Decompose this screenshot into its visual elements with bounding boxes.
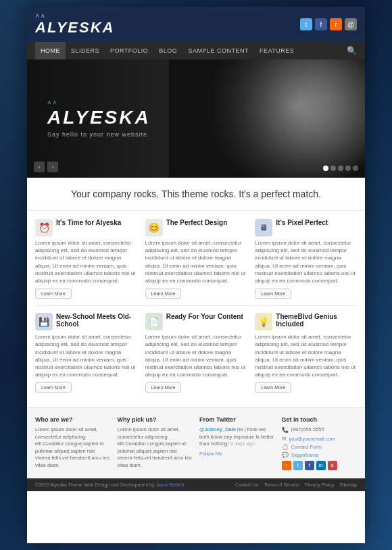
tagline-section: Your company rocks. This theme rocks. It… — [27, 178, 365, 211]
logo[interactable]: ∧∧ Alyeska — [35, 12, 115, 36]
feature-6-title: ThemeBlvd Genius Included — [276, 313, 357, 328]
tagline-text: Your company rocks. This theme rocks. It… — [35, 189, 357, 199]
bottom-bar: ©2010 Alyeska Theme Web Design and Devel… — [27, 478, 365, 491]
nav-item-home[interactable]: HOME — [35, 42, 66, 59]
nav-item-features[interactable]: FEATURES — [254, 42, 299, 59]
footer-social-icons: r t f in d — [282, 461, 358, 470]
footer-contact-form-row: 📋 Contact Form — [282, 444, 358, 450]
hero-mountain-icon: ∧∧ — [47, 99, 151, 105]
mail-icon: ✉ — [282, 436, 287, 442]
bottom-links-group: Contact Us Terms of Service Privacy Poli… — [235, 482, 357, 487]
author-link[interactable]: Jason Bobich — [155, 482, 184, 487]
footer-why-text: Lorem ipsum dolor sit amet, consectetur … — [118, 426, 193, 469]
rss-icon[interactable]: r — [330, 18, 342, 30]
feature-4-learn-more-button[interactable]: Learn More — [35, 382, 72, 393]
feature-item-5: 📄 Ready For Your Content Lorem ipsum dol… — [145, 313, 247, 393]
skype-icon: 💬 — [282, 452, 289, 458]
hero-dots — [323, 166, 358, 171]
feature-3-icon: 🖥 — [255, 219, 272, 236]
site-header: ∧∧ Alyeska t f r @ — [27, 7, 365, 42]
nav-item-sliders[interactable]: SLIDERS — [66, 42, 105, 59]
feature-5-text: Lorem ipsum dolor sit amet, consectetur … — [145, 333, 247, 378]
twitter-time: 3 days ago — [230, 441, 255, 447]
footer-col-about: Who are we? Lorem ipsum dolor sit amet, … — [35, 416, 111, 470]
hero-dot-2[interactable] — [330, 166, 336, 171]
features-row-1: ⏰ It's Time for Alyeska Lorem ipsum dolo… — [35, 219, 357, 299]
main-nav: HOME SLIDERS PORTFOLIO BLOG SAMPLE CONTE… — [27, 42, 365, 59]
nav-item-blog[interactable]: BLOG — [153, 42, 182, 59]
sitemap-link[interactable]: Sitemap — [339, 482, 357, 487]
feature-item-3: 🖥 It's Pixel Perfect Lorem ipsum dolor s… — [255, 219, 357, 299]
hero-prev-button[interactable]: ‹ — [34, 161, 45, 172]
hero-nav-buttons: ‹ › — [34, 161, 58, 172]
logo-text: Alyeska — [35, 19, 115, 36]
feature-2-title: The Perfect Design — [166, 219, 228, 226]
twitter-username[interactable]: @Johnny_Dale — [199, 426, 236, 432]
footer-linkedin-icon[interactable]: in — [316, 461, 326, 470]
footer-phone: (907)555-5555 — [291, 426, 324, 434]
feature-2-text: Lorem ipsum dolor sit amet, consectetur … — [145, 239, 247, 284]
twitter-follow-link[interactable]: Follow Me — [199, 451, 275, 457]
feature-6-learn-more-button[interactable]: Learn More — [255, 382, 291, 393]
feature-1-text: Lorem ipsum dolor sit amet, consectetur … — [35, 239, 137, 284]
feature-5-title: Ready For Your Content — [166, 313, 243, 320]
footer-contact-form-link[interactable]: Contact Form — [291, 444, 322, 450]
terms-link[interactable]: Terms of Service — [264, 482, 299, 487]
footer-twitter-title: From Twitter — [199, 416, 275, 423]
footer-facebook-icon[interactable]: f — [305, 461, 314, 470]
feature-1-title: It's Time for Alyeska — [56, 219, 121, 226]
contact-us-link[interactable]: Contact Us — [235, 482, 259, 487]
footer-skype-row: 💬 SkypeName — [282, 452, 358, 458]
feature-4-text: Lorem ipsum dolor sit amet, consectetur … — [35, 333, 137, 378]
hero-section: ∧∧ Alyeska Say hello to your new website… — [27, 59, 365, 178]
footer-col-twitter: From Twitter @Johnny_Dale he I think we … — [199, 416, 275, 470]
hero-dot-1[interactable] — [323, 166, 328, 171]
footer-rss-icon[interactable]: r — [282, 461, 291, 470]
feature-2-icon: 😊 — [145, 219, 163, 236]
hero-next-button[interactable]: › — [47, 161, 58, 172]
copyright-text: ©2010 Alyeska Theme Web Design and Devel… — [35, 482, 187, 487]
feature-1-icon: ⏰ — [35, 219, 53, 236]
hero-dot-4[interactable] — [345, 166, 351, 171]
feature-2-learn-more-button[interactable]: Learn More — [145, 289, 182, 299]
feature-5-learn-more-button[interactable]: Learn More — [145, 382, 182, 393]
privacy-link[interactable]: Privacy Policy — [305, 482, 335, 487]
nav-item-portfolio[interactable]: PORTFOLIO — [105, 42, 153, 59]
features-separator — [35, 305, 357, 306]
email-icon[interactable]: @ — [345, 18, 357, 30]
footer-col-contact: Get in touch 📞 (907)555-5555 ✉ you@youre… — [282, 416, 358, 470]
features-row-2: 💾 New-School Meets Old-School Lorem ipsu… — [35, 313, 357, 393]
footer-twitter-content: @Johnny_Dale he I think we both know any… — [199, 426, 275, 448]
feature-4-icon: 💾 — [35, 313, 53, 330]
footer-about-text: Lorem ipsum dolor sit amet, consectetur … — [35, 426, 111, 469]
hero-tagline: Say hello to your new website. — [47, 131, 151, 138]
footer-delicious-icon[interactable]: d — [328, 461, 337, 470]
feature-4-title: New-School Meets Old-School — [56, 313, 137, 328]
feature-item-4: 💾 New-School Meets Old-School Lorem ipsu… — [35, 313, 137, 393]
footer-twitter-icon[interactable]: t — [293, 461, 303, 470]
feature-1-learn-more-button[interactable]: Learn More — [35, 289, 72, 299]
feature-item-6: 💡 ThemeBlvd Genius Included Lorem ipsum … — [255, 313, 357, 393]
hero-logo: Alyeska — [47, 107, 151, 128]
feature-6-icon: 💡 — [255, 313, 272, 330]
nav-item-sample-content[interactable]: SAMPLE CONTENT — [182, 42, 254, 59]
search-icon[interactable]: 🔍 — [347, 46, 357, 55]
feature-3-title: It's Pixel Perfect — [276, 219, 328, 226]
copyright-label: ©2010 Alyeska Theme Web Design and Devel… — [35, 482, 155, 487]
footer-skype[interactable]: SkypeName — [291, 452, 319, 458]
phone-icon: 📞 — [282, 427, 289, 433]
site-footer: Who are we? Lorem ipsum dolor sit amet, … — [27, 407, 365, 478]
feature-3-text: Lorem ipsum dolor sit amet, consectetur … — [255, 239, 357, 284]
facebook-icon[interactable]: f — [315, 18, 327, 30]
twitter-icon[interactable]: t — [300, 18, 312, 30]
footer-contact-title: Get in touch — [282, 416, 358, 423]
footer-col-why: Why pick us? Lorem ipsum dolor sit amet,… — [118, 416, 193, 470]
social-icons-group: t f r @ — [300, 18, 357, 30]
footer-email[interactable]: you@youremail.com — [289, 436, 335, 442]
hero-dot-3[interactable] — [338, 166, 343, 171]
feature-3-learn-more-button[interactable]: Learn More — [255, 289, 291, 299]
hero-image — [169, 59, 365, 178]
hero-dot-5[interactable] — [353, 166, 358, 171]
footer-about-title: Who are we? — [35, 416, 111, 423]
feature-item-2: 😊 The Perfect Design Lorem ipsum dolor s… — [145, 219, 247, 299]
